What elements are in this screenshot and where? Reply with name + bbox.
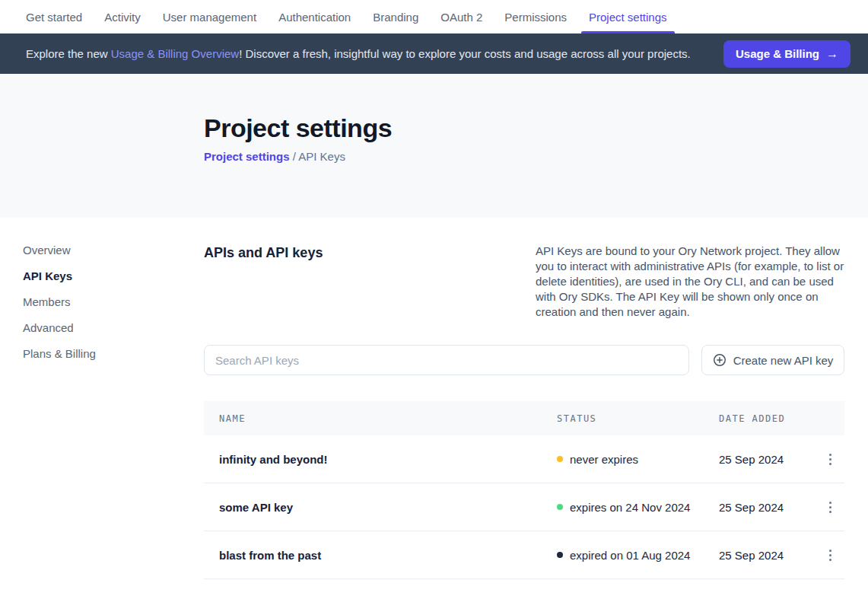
kebab-menu-icon[interactable] [821,450,839,468]
arrow-right-icon: → [826,47,838,61]
nav-tab-project-settings[interactable]: Project settings [589,0,667,33]
banner-message: Explore the new Usage & Billing Overview… [26,47,723,60]
api-key-date-added: 25 Sep 2024 [719,549,821,562]
api-keys-section: APIs and API keys API Keys are bound to … [204,244,844,579]
nav-tab-permissions[interactable]: Permissions [504,0,567,33]
usage-billing-overview-link[interactable]: Usage & Billing Overview [111,47,239,60]
status-dot-icon [557,456,563,462]
table-row: blast from the past expired on 01 Aug 20… [204,531,844,579]
page-header: Project settings Project settings / API … [0,74,868,218]
column-header-date-added: DATE ADDED [719,413,821,424]
column-header-name: NAME [204,413,557,424]
status-dot-icon [557,504,563,510]
sidebar-item-members[interactable]: Members [23,295,204,308]
sidebar-item-overview[interactable]: Overview [23,244,204,257]
section-title: APIs and API keys [204,244,323,320]
section-description: API Keys are bound to your Ory Network p… [536,244,844,320]
table-row: infinity and beyond! never expires 25 Se… [204,435,844,483]
nav-tab-label: User management [163,11,256,24]
nav-tab-label: Permissions [504,11,567,24]
sidebar-item-advanced[interactable]: Advanced [23,321,204,334]
nav-tab-label: Branding [373,11,418,24]
row-actions [821,546,857,564]
breadcrumb: Project settings / API Keys [204,150,868,163]
nav-tab-label: Activity [104,11,141,24]
api-keys-table: NAME STATUS DATE ADDED infinity and beyo… [204,401,844,579]
usage-billing-button-label: Usage & Billing [736,47,819,60]
sidebar-item-label: Advanced [23,321,74,334]
content-area: Overview API Keys Members Advanced Plans… [0,218,868,579]
kebab-menu-icon[interactable] [821,546,839,564]
api-key-name: some API key [204,501,557,514]
api-key-name: infinity and beyond! [204,453,557,466]
breadcrumb-separator: / [290,150,299,163]
sidebar-item-api-keys[interactable]: API Keys [23,269,204,282]
api-key-date-added: 25 Sep 2024 [719,453,821,466]
api-key-status: expired on 01 Aug 2024 [557,549,719,562]
kebab-menu-icon[interactable] [821,498,839,516]
nav-tab-label: OAuth 2 [440,11,482,24]
create-api-key-label: Create new API key [733,354,834,367]
nav-tab-label: Authentication [278,11,351,24]
search-input[interactable] [204,345,689,375]
sidebar-item-label: API Keys [23,269,72,282]
column-header-status: STATUS [557,413,719,424]
status-dot-icon [557,552,563,558]
settings-sidebar: Overview API Keys Members Advanced Plans… [0,244,204,579]
create-api-key-button[interactable]: Create new API key [701,345,844,375]
api-key-name: blast from the past [204,549,557,562]
breadcrumb-current: API Keys [298,150,345,163]
nav-tab-authentication[interactable]: Authentication [278,0,351,33]
table-controls: Create new API key [204,345,844,375]
banner-text-after: ! Discover a fresh, insightful way to ex… [239,47,691,60]
sidebar-item-label: Overview [23,244,71,257]
sidebar-item-label: Members [23,295,71,308]
api-key-status: never expires [557,453,719,466]
row-actions [821,498,857,516]
nav-tab-activity[interactable]: Activity [104,0,141,33]
nav-tab-label: Get started [26,11,82,24]
nav-tab-label: Project settings [589,11,667,24]
top-navigation: Get started Activity User management Aut… [0,0,868,33]
banner-text-before: Explore the new [26,47,111,60]
status-text: expires on 24 Nov 2024 [570,501,690,514]
page-title: Project settings [204,113,868,143]
usage-billing-button[interactable]: Usage & Billing → [723,40,851,68]
sidebar-item-label: Plans & Billing [23,347,96,360]
status-text: never expires [570,453,638,466]
breadcrumb-project-settings-link[interactable]: Project settings [204,150,290,163]
sidebar-item-plans-billing[interactable]: Plans & Billing [23,347,204,360]
table-row: some API key expires on 24 Nov 2024 25 S… [204,483,844,531]
plus-circle-icon [713,353,727,367]
section-head: APIs and API keys API Keys are bound to … [204,244,844,320]
table-header-row: NAME STATUS DATE ADDED [204,401,844,435]
api-key-date-added: 25 Sep 2024 [719,501,821,514]
usage-billing-banner: Explore the new Usage & Billing Overview… [0,33,868,74]
nav-tab-branding[interactable]: Branding [373,0,418,33]
status-text: expired on 01 Aug 2024 [570,549,690,562]
api-key-status: expires on 24 Nov 2024 [557,501,719,514]
nav-tab-oauth-2[interactable]: OAuth 2 [440,0,482,33]
table-body: infinity and beyond! never expires 25 Se… [204,435,844,579]
nav-tab-get-started[interactable]: Get started [26,0,82,33]
nav-tab-user-management[interactable]: User management [163,0,256,33]
row-actions [821,450,857,468]
